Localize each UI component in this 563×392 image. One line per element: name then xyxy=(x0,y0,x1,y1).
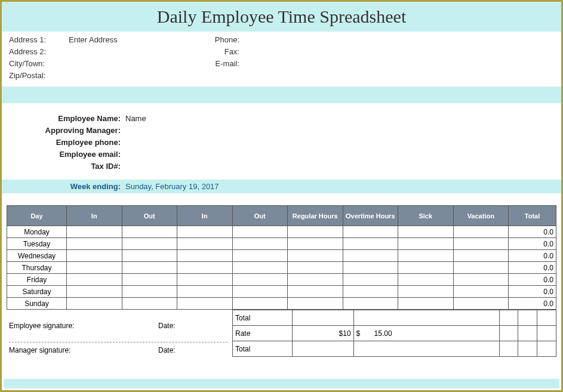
cell-overtime[interactable] xyxy=(343,226,398,238)
cell-out2[interactable] xyxy=(232,262,288,274)
cell-regular[interactable] xyxy=(288,250,343,262)
cell-vacation[interactable] xyxy=(453,286,509,298)
cell-regular[interactable] xyxy=(288,274,343,286)
address2-value[interactable] xyxy=(69,46,206,58)
cell-out1[interactable] xyxy=(122,238,177,250)
cell-out2[interactable] xyxy=(232,250,288,262)
summary-total2-label: Total xyxy=(233,341,293,357)
cell-sick[interactable] xyxy=(398,298,454,310)
summary-rate-sick[interactable] xyxy=(499,326,518,341)
cell-vacation[interactable] xyxy=(453,238,509,250)
cell-total: 0.0 xyxy=(509,286,556,298)
phone-value[interactable] xyxy=(242,34,554,46)
summary-rate-vac[interactable] xyxy=(518,326,537,341)
summary-total-ot[interactable] xyxy=(353,310,499,326)
employee-email-label: Employee email: xyxy=(9,149,125,160)
summary-total2-sick[interactable] xyxy=(499,341,518,357)
cell-out1[interactable] xyxy=(122,262,177,274)
cell-in2[interactable] xyxy=(177,274,233,286)
summary-total-total[interactable] xyxy=(537,310,556,326)
cell-day: Saturday xyxy=(7,286,67,298)
summary-total-sick[interactable] xyxy=(499,310,518,326)
cell-out1[interactable] xyxy=(122,274,177,286)
cell-regular[interactable] xyxy=(288,298,343,310)
cell-overtime[interactable] xyxy=(343,262,398,274)
cell-vacation[interactable] xyxy=(453,250,509,262)
cell-in1[interactable] xyxy=(67,262,122,274)
cell-in1[interactable] xyxy=(67,286,122,298)
cell-in2[interactable] xyxy=(177,262,233,274)
summary-total-reg[interactable] xyxy=(293,310,354,326)
table-row: Friday0.0 xyxy=(7,274,556,286)
week-ending-value[interactable]: Sunday, February 19, 2017 xyxy=(125,182,219,191)
cell-in2[interactable] xyxy=(177,238,233,250)
cell-vacation[interactable] xyxy=(453,274,509,286)
employee-signature-label: Employee signature: xyxy=(9,322,158,330)
cell-overtime[interactable] xyxy=(343,250,398,262)
cell-out1[interactable] xyxy=(122,286,177,298)
cell-in2[interactable] xyxy=(177,250,233,262)
cell-sick[interactable] xyxy=(398,274,454,286)
zip-value[interactable] xyxy=(69,70,206,82)
page-title: Daily Employee Time Spreadsheet xyxy=(2,4,561,32)
cell-out2[interactable] xyxy=(232,274,288,286)
city-value[interactable] xyxy=(69,58,206,70)
address1-value[interactable]: Enter Address xyxy=(69,34,206,46)
cell-in1[interactable] xyxy=(67,226,122,238)
cell-regular[interactable] xyxy=(288,238,343,250)
table-row: Thursday0.0 xyxy=(7,262,556,274)
email-value[interactable] xyxy=(242,58,554,70)
cell-sick[interactable] xyxy=(398,250,454,262)
address2-label: Address 2: xyxy=(9,46,69,58)
cell-overtime[interactable] xyxy=(343,298,398,310)
cell-overtime[interactable] xyxy=(343,274,398,286)
summary-rate-ot[interactable]: $ 15.00 xyxy=(353,326,499,341)
cell-vacation[interactable] xyxy=(453,298,509,310)
summary-total2-total[interactable] xyxy=(537,341,556,357)
phone-label: Phone: xyxy=(206,34,242,46)
cell-in1[interactable] xyxy=(67,274,122,286)
col-in1: In xyxy=(67,206,122,226)
cell-total: 0.0 xyxy=(509,238,556,250)
cell-out1[interactable] xyxy=(122,226,177,238)
summary-rate-total[interactable] xyxy=(537,326,556,341)
cell-in1[interactable] xyxy=(67,238,122,250)
cell-overtime[interactable] xyxy=(343,238,398,250)
cell-in2[interactable] xyxy=(177,226,233,238)
cell-regular[interactable] xyxy=(288,226,343,238)
cell-in1[interactable] xyxy=(67,298,122,310)
table-row: Monday0.0 xyxy=(7,226,556,238)
summary-total-row: Total xyxy=(233,310,556,326)
employee-name-label: Employee Name: xyxy=(9,113,125,125)
summary-total2-reg[interactable] xyxy=(293,341,354,357)
cell-sick[interactable] xyxy=(398,262,454,274)
employee-name-value[interactable]: Name xyxy=(125,113,146,125)
summary-total-vac[interactable] xyxy=(518,310,537,326)
cell-overtime[interactable] xyxy=(343,286,398,298)
cell-vacation[interactable] xyxy=(453,226,509,238)
fax-label: Fax: xyxy=(206,46,242,58)
summary-table: Total Rate $10 $ 15.00 Total xyxy=(232,310,556,357)
summary-total2-vac[interactable] xyxy=(518,341,537,357)
cell-out2[interactable] xyxy=(232,238,288,250)
cell-out2[interactable] xyxy=(232,298,288,310)
cell-out2[interactable] xyxy=(232,286,288,298)
cell-in1[interactable] xyxy=(67,250,122,262)
cell-in2[interactable] xyxy=(177,298,233,310)
col-regular: Regular Hours xyxy=(288,206,343,226)
cell-out1[interactable] xyxy=(122,298,177,310)
summary-total-label: Total xyxy=(233,310,293,326)
summary-rate-reg[interactable]: $10 xyxy=(293,326,354,341)
summary-total2-ot[interactable] xyxy=(353,341,499,357)
cell-vacation[interactable] xyxy=(453,262,509,274)
fax-value[interactable] xyxy=(242,46,554,58)
week-ending-label: Week ending: xyxy=(9,182,125,191)
cell-sick[interactable] xyxy=(398,226,454,238)
cell-sick[interactable] xyxy=(398,286,454,298)
cell-regular[interactable] xyxy=(288,262,343,274)
cell-regular[interactable] xyxy=(288,286,343,298)
cell-out1[interactable] xyxy=(122,250,177,262)
cell-sick[interactable] xyxy=(398,238,454,250)
cell-out2[interactable] xyxy=(232,226,288,238)
cell-in2[interactable] xyxy=(177,286,233,298)
